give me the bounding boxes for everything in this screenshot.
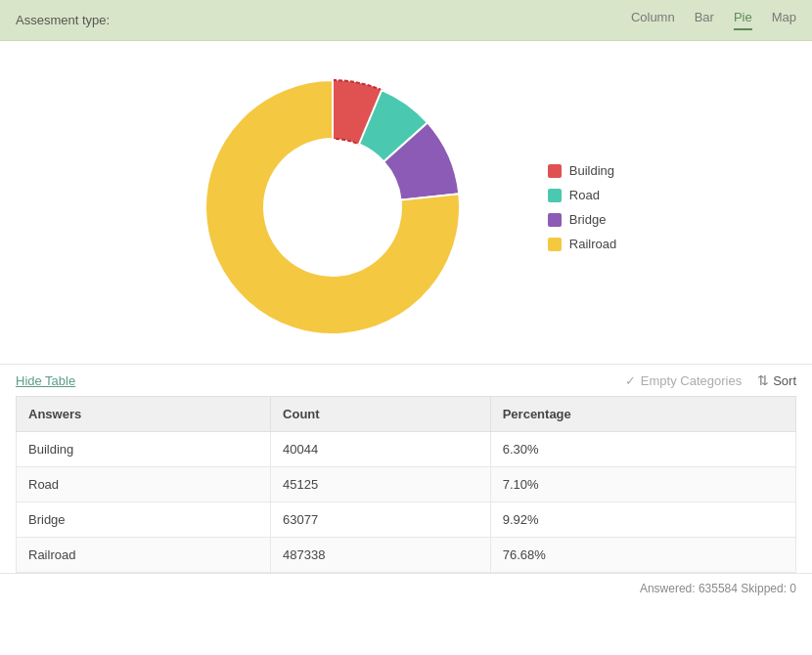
chart-type-tab-bar[interactable]: Bar (695, 10, 714, 30)
table-col-answers: Answers (17, 397, 271, 432)
header: Assesment type: ColumnBarPieMap (0, 0, 812, 41)
table-cell-answer: Road (17, 467, 271, 502)
table-cell-percentage: 7.10% (490, 467, 795, 502)
data-table: AnswersCountPercentage Building400446.30… (16, 396, 796, 573)
legend-item-road: Road (548, 188, 616, 202)
table-col-count: Count (271, 397, 491, 432)
table-cell-answer: Bridge (17, 502, 271, 538)
table-cell-answer: Railroad (17, 538, 271, 573)
table-actions: ✓ Empty Categories ⇅ Sort (625, 372, 796, 388)
legend-label-road: Road (569, 188, 600, 202)
sort-icon: ⇅ (757, 372, 769, 388)
legend-color-bridge (548, 213, 562, 227)
legend-item-bridge: Bridge (548, 212, 616, 227)
legend-item-building: Building (548, 163, 616, 178)
table-cell-percentage: 6.30% (490, 432, 795, 467)
legend-item-railroad: Railroad (548, 237, 616, 251)
legend: BuildingRoadBridgeRailroad (548, 163, 616, 251)
chart-type-tab-column[interactable]: Column (631, 10, 675, 30)
table-cell-count: 40044 (271, 432, 491, 467)
hide-table-link[interactable]: Hide Table (16, 373, 75, 388)
legend-label-building: Building (569, 163, 614, 178)
legend-label-bridge: Bridge (569, 212, 607, 227)
empty-categories-label: Empty Categories (641, 373, 742, 388)
chart-type-tabs: ColumnBarPieMap (631, 10, 796, 30)
table-cell-count: 63077 (271, 502, 491, 538)
table-col-percentage: Percentage (490, 397, 795, 432)
table-body: Building400446.30%Road451257.10%Bridge63… (17, 432, 796, 573)
table-cell-percentage: 76.68% (490, 538, 795, 573)
donut-container (196, 70, 470, 344)
legend-color-building (548, 164, 562, 178)
table-row: Road451257.10% (17, 467, 796, 502)
table-controls: Hide Table ✓ Empty Categories ⇅ Sort (0, 364, 812, 396)
checkmark-icon: ✓ (625, 373, 636, 388)
legend-color-road (548, 189, 562, 202)
table-cell-percentage: 9.92% (490, 502, 795, 538)
chart-type-tab-pie[interactable]: Pie (734, 10, 752, 30)
empty-categories-toggle[interactable]: ✓ Empty Categories (625, 373, 742, 388)
donut-chart (196, 70, 470, 344)
chart-area: BuildingRoadBridgeRailroad (0, 41, 812, 364)
table-row: Bridge630779.92% (17, 502, 796, 538)
chart-type-tab-map[interactable]: Map (772, 10, 796, 30)
legend-label-railroad: Railroad (569, 237, 616, 251)
sort-button[interactable]: ⇅ Sort (757, 372, 796, 388)
legend-color-railroad (548, 238, 562, 251)
sort-label: Sort (773, 373, 796, 388)
table-row: Building400446.30% (17, 432, 796, 467)
table-cell-count: 487338 (271, 538, 491, 573)
table-cell-answer: Building (17, 432, 271, 467)
table-header-row: AnswersCountPercentage (17, 397, 796, 432)
table-footer: Answered: 635584 Skipped: 0 (0, 573, 812, 603)
table-cell-count: 45125 (271, 467, 491, 502)
header-title: Assesment type: (16, 13, 110, 27)
table-row: Railroad48733876.68% (17, 538, 796, 573)
